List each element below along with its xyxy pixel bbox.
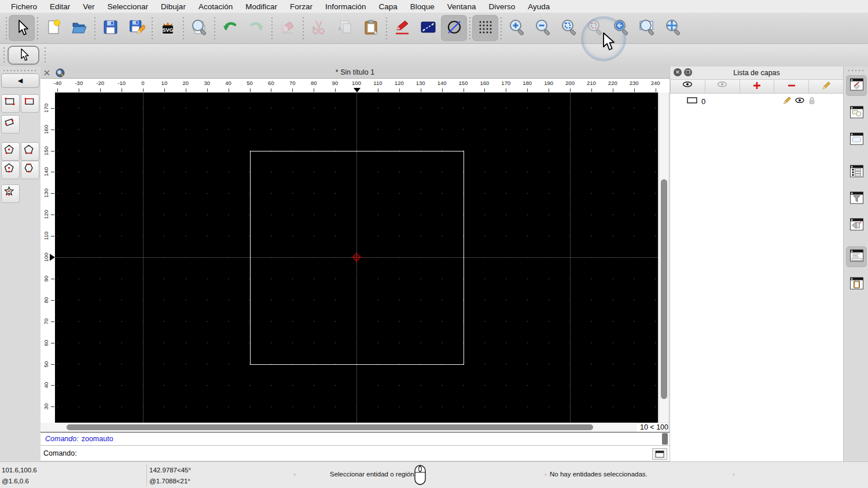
layer-toolbar-eye-gray-button[interactable] bbox=[705, 79, 740, 94]
toolbar-handle[interactable] bbox=[44, 46, 46, 64]
clipboard-dock-toggle[interactable] bbox=[846, 274, 867, 295]
undo-button[interactable] bbox=[217, 15, 243, 41]
drawing-canvas[interactable] bbox=[55, 93, 658, 423]
document-icon bbox=[56, 68, 65, 77]
palette-back-button[interactable]: ◀ bbox=[1, 73, 39, 88]
save-as-button[interactable] bbox=[123, 15, 149, 41]
isometric-toggle-button[interactable] bbox=[441, 15, 467, 41]
zoom-out-icon bbox=[534, 19, 551, 38]
save-button[interactable] bbox=[97, 15, 123, 41]
polygon-side-tool[interactable] bbox=[21, 161, 39, 179]
menu-fichero[interactable]: Fichero bbox=[5, 2, 43, 11]
toolbar-handle[interactable] bbox=[3, 46, 5, 64]
layer-edit-icon[interactable] bbox=[782, 96, 792, 107]
menu-editar[interactable]: Editar bbox=[43, 2, 76, 11]
document-title: * Sin título 1 bbox=[41, 68, 670, 76]
print-preview-button[interactable] bbox=[186, 15, 212, 41]
menu-bloque[interactable]: Bloque bbox=[404, 2, 441, 11]
zoom-out-button[interactable] bbox=[529, 15, 556, 41]
polygon-center-tangent-tool[interactable] bbox=[1, 161, 20, 179]
left-tool-palette bbox=[0, 66, 41, 461]
menu-informacin[interactable]: Información bbox=[319, 2, 373, 11]
command-history: Comando: zoomauto bbox=[41, 432, 670, 446]
pen-attributes-button[interactable] bbox=[389, 15, 415, 41]
zoom-in-icon bbox=[508, 19, 525, 38]
ruler-label: 120 bbox=[395, 80, 404, 86]
filter-dock-toggle[interactable] bbox=[846, 188, 867, 209]
command-prompt-label: Comando: bbox=[43, 449, 77, 457]
zoom-window-button[interactable] bbox=[634, 15, 660, 41]
win-library-icon bbox=[849, 131, 865, 149]
open-folder-icon bbox=[71, 19, 88, 38]
rectangle-sides-tool[interactable] bbox=[21, 94, 39, 113]
rectangle-2-points-tool[interactable] bbox=[1, 94, 20, 113]
vertical-scrollbar[interactable] bbox=[659, 93, 668, 423]
ruler-label: 150 bbox=[459, 80, 468, 86]
command-dock-toggle[interactable] bbox=[846, 246, 867, 267]
win-blocks-icon bbox=[849, 105, 865, 122]
menu-forzar[interactable]: Forzar bbox=[284, 2, 319, 11]
layer-row[interactable]: 0 bbox=[670, 95, 844, 108]
menu-ventana[interactable]: Ventana bbox=[441, 2, 483, 11]
ortho-rect-button[interactable] bbox=[415, 15, 441, 41]
menu-capa[interactable]: Capa bbox=[373, 2, 404, 11]
block-list-dock-toggle[interactable] bbox=[846, 103, 867, 124]
menu-ver[interactable]: Ver bbox=[76, 2, 101, 11]
polygon-2-corners-tool[interactable] bbox=[21, 142, 39, 161]
horizontal-scrollbar[interactable] bbox=[41, 423, 637, 432]
zoom-pan-button[interactable] bbox=[660, 15, 686, 41]
menu-modificar[interactable]: Modificar bbox=[239, 2, 284, 11]
menu-seleccionar[interactable]: Seleccionar bbox=[101, 2, 155, 11]
toolbar-separator bbox=[467, 17, 472, 39]
export-svg-button[interactable]: SVG bbox=[155, 15, 181, 41]
ruler-label: 140 bbox=[437, 80, 447, 86]
zoom-in-button[interactable] bbox=[503, 15, 529, 41]
ruler-label: 70 bbox=[43, 318, 49, 324]
layer-toolbar-minus-button[interactable] bbox=[774, 79, 809, 94]
selection-pointer-button[interactable] bbox=[8, 46, 39, 65]
select-arrow-button[interactable] bbox=[9, 15, 35, 41]
palette-handle[interactable] bbox=[2, 69, 36, 72]
star-tool[interactable] bbox=[1, 184, 20, 203]
layer-visible-icon[interactable] bbox=[795, 96, 805, 107]
grid-toggle-button[interactable] bbox=[472, 15, 498, 41]
command-dock-button[interactable] bbox=[652, 448, 667, 460]
command-history-scrollbar[interactable] bbox=[662, 433, 668, 445]
ruler-label: 50 bbox=[43, 361, 49, 367]
menu-diverso[interactable]: Diverso bbox=[482, 2, 521, 11]
layer-toolbar-pencil-button[interactable] bbox=[809, 79, 844, 94]
poly-center-icon bbox=[3, 143, 17, 160]
command-input[interactable]: Comando: bbox=[41, 446, 670, 461]
layer-swatch-icon bbox=[686, 97, 698, 106]
horizontal-scrollbar-thumb[interactable] bbox=[67, 424, 593, 430]
toolbar-separator bbox=[35, 17, 40, 39]
grid-dots-icon bbox=[477, 19, 494, 38]
menu-acotacin[interactable]: Acotación bbox=[192, 2, 239, 11]
pen-red-icon bbox=[393, 19, 411, 38]
zoom-auto-button[interactable] bbox=[556, 15, 582, 41]
delete-button bbox=[274, 15, 300, 41]
layer-lock-icon[interactable] bbox=[808, 96, 816, 107]
ruler-label: 230 bbox=[630, 80, 639, 86]
layer-panel-title: Lista de capas bbox=[670, 69, 843, 77]
pen-wizard-dock-toggle[interactable] bbox=[846, 215, 867, 236]
ruler-label: 220 bbox=[608, 80, 617, 86]
layer-list-dock-toggle[interactable] bbox=[846, 75, 867, 96]
layer-toolbar-eye-button[interactable] bbox=[670, 79, 705, 94]
new-file-button[interactable] bbox=[40, 15, 66, 41]
tab-close-icon[interactable] bbox=[43, 69, 51, 77]
library-browser-dock-toggle[interactable] bbox=[846, 130, 867, 150]
ruler-label: 90 bbox=[43, 276, 49, 282]
rect-2pt-icon bbox=[3, 95, 17, 112]
absolute-coordinates: 101.6,100.6 bbox=[2, 467, 37, 474]
strip-handle[interactable] bbox=[847, 69, 865, 72]
menu-ayuda[interactable]: Ayuda bbox=[521, 2, 556, 11]
menu-dibujar[interactable]: Dibujar bbox=[155, 2, 192, 11]
rectangle-3-points-tool[interactable] bbox=[1, 115, 20, 134]
polygon-center-corner-tool[interactable] bbox=[1, 142, 20, 161]
entity-list-dock-toggle[interactable] bbox=[846, 162, 867, 183]
layer-toolbar-plus-button[interactable] bbox=[740, 79, 775, 94]
vertical-scrollbar-thumb[interactable] bbox=[661, 179, 667, 399]
open-file-button[interactable] bbox=[66, 15, 92, 41]
paste-button[interactable] bbox=[358, 15, 384, 41]
